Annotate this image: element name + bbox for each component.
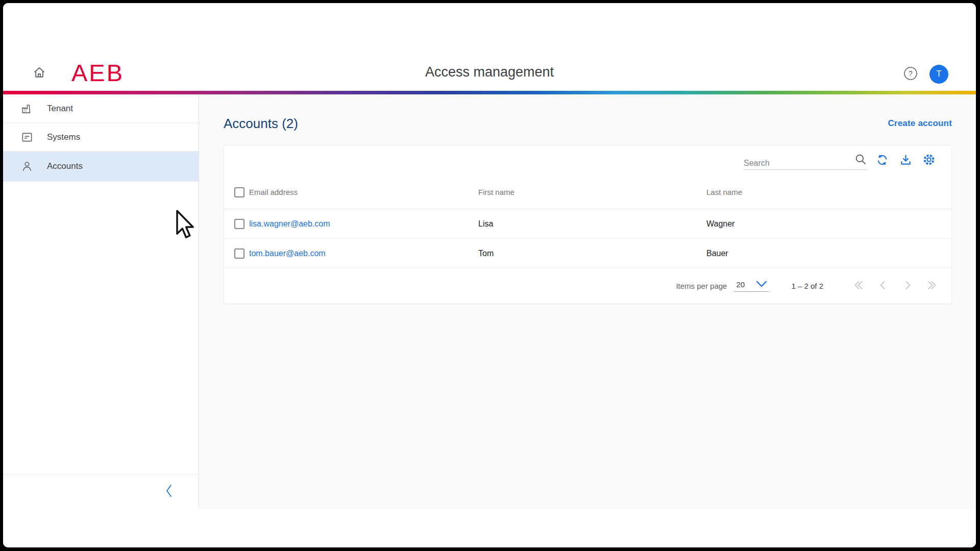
- page-title: Access management: [3, 64, 976, 80]
- help-icon: ?: [903, 66, 918, 82]
- systems-icon: [20, 131, 34, 144]
- account-first-name: Tom: [478, 249, 706, 258]
- first-page-icon: [852, 279, 865, 293]
- row-checkbox[interactable]: [234, 248, 244, 259]
- items-per-page-value: 20: [736, 280, 745, 289]
- window-bottom-strip: [3, 509, 976, 547]
- brand-gradient-bar: [3, 91, 976, 94]
- sidebar-item-tenant[interactable]: Tenant: [3, 94, 199, 123]
- sidebar-item-label: Accounts: [47, 161, 83, 171]
- items-per-page-select[interactable]: 20: [734, 280, 769, 292]
- table-row[interactable]: lisa.wagner@aeb.com Lisa Wagner: [224, 209, 951, 239]
- download-button[interactable]: [898, 154, 913, 168]
- pagination-range: 1 – 2 of 2: [791, 282, 823, 290]
- pagination-controls: [850, 278, 940, 294]
- search-icon[interactable]: [854, 153, 867, 168]
- account-last-name: Bauer: [706, 249, 951, 258]
- account-email-link[interactable]: tom.bauer@aeb.com: [249, 249, 478, 258]
- table-toolbar: [224, 145, 951, 176]
- help-button[interactable]: ?: [903, 67, 918, 81]
- previous-page-icon: [877, 279, 889, 293]
- search-field: [744, 152, 867, 170]
- page-head: Accounts (2) Create account: [224, 115, 952, 132]
- sidebar-item-systems[interactable]: Systems: [3, 123, 199, 152]
- table-row[interactable]: tom.bauer@aeb.com Tom Bauer: [224, 239, 951, 268]
- items-per-page-label: Items per page: [676, 282, 727, 290]
- account-last-name: Wagner: [706, 219, 951, 229]
- sidebar-item-label: Tenant: [47, 104, 73, 114]
- chevron-down-icon: [755, 281, 768, 289]
- select-all-checkbox[interactable]: [234, 187, 244, 197]
- person-icon: [20, 160, 34, 173]
- svg-text:?: ?: [909, 69, 913, 78]
- pagination-bar: Items per page 20 1 – 2 of 2: [224, 268, 951, 304]
- account-email-link[interactable]: lisa.wagner@aeb.com: [249, 219, 478, 229]
- search-input[interactable]: [744, 159, 846, 168]
- last-page-icon: [926, 279, 938, 293]
- sidebar-item-accounts[interactable]: Accounts: [3, 152, 199, 182]
- app-window: AEB Access management ? T: [3, 3, 976, 547]
- accounts-table-card: Email address First name Last name lisa.…: [224, 145, 952, 304]
- sidebar-spacer: [3, 182, 199, 474]
- table-header-row: Email address First name Last name: [224, 176, 951, 209]
- download-icon: [899, 153, 913, 168]
- sidebar-footer: [3, 474, 199, 509]
- factory-icon: [20, 102, 34, 115]
- column-header-first-name: First name: [478, 188, 706, 196]
- chevron-left-icon: [165, 484, 173, 499]
- column-header-last-name: Last name: [706, 188, 951, 196]
- last-page-button[interactable]: [923, 278, 940, 294]
- gear-icon: [922, 153, 936, 168]
- content-area: Tenant Systems: [3, 94, 976, 509]
- column-header-email: Email address: [249, 188, 478, 196]
- main-panel: Accounts (2) Create account: [199, 94, 976, 509]
- refresh-icon: [875, 153, 889, 168]
- header-actions: ? T: [903, 63, 948, 85]
- desktop-background: AEB Access management ? T: [0, 0, 980, 551]
- accounts-heading: Accounts (2): [224, 116, 298, 132]
- next-page-icon: [901, 279, 914, 293]
- row-checkbox[interactable]: [234, 219, 244, 229]
- create-account-button[interactable]: Create account: [888, 118, 952, 129]
- first-page-button[interactable]: [850, 278, 867, 294]
- previous-page-button[interactable]: [874, 278, 891, 294]
- settings-button[interactable]: [922, 154, 936, 168]
- sidebar: Tenant Systems: [3, 94, 199, 509]
- app-header: AEB Access management ? T: [3, 3, 976, 91]
- sidebar-collapse-button[interactable]: [160, 483, 178, 501]
- avatar[interactable]: T: [929, 65, 948, 84]
- account-first-name: Lisa: [478, 219, 706, 229]
- refresh-button[interactable]: [875, 154, 889, 168]
- next-page-button[interactable]: [899, 278, 916, 294]
- sidebar-item-label: Systems: [47, 132, 80, 142]
